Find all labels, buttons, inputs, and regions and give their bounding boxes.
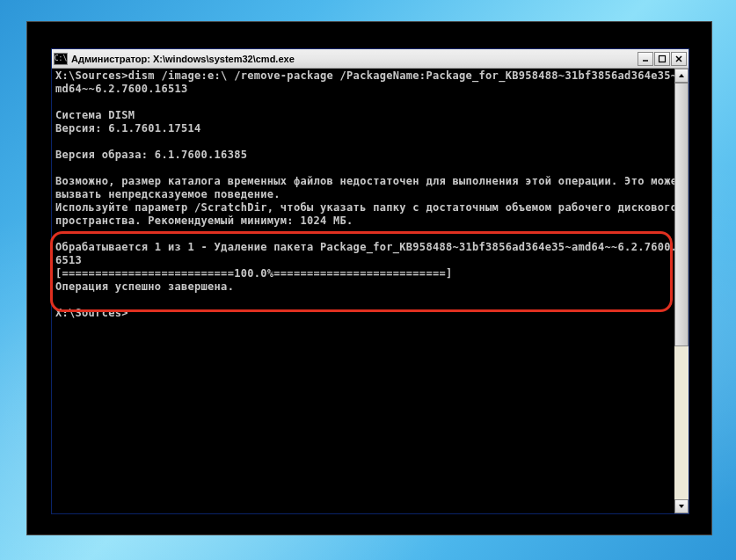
cmd-window: C:\ Администратор: X:\windows\system32\c… xyxy=(51,48,689,514)
scroll-down-button[interactable] xyxy=(674,499,689,513)
svg-marker-4 xyxy=(679,74,684,77)
prompt: X:\Sources> xyxy=(55,307,128,319)
window-title: Администратор: X:\windows\system32\cmd.e… xyxy=(71,54,637,64)
cmd-icon: C:\ xyxy=(54,53,68,65)
scroll-up-button[interactable] xyxy=(674,69,689,83)
window-controls xyxy=(637,52,687,66)
titlebar[interactable]: C:\ Администратор: X:\windows\system32\c… xyxy=(52,49,689,69)
svg-rect-1 xyxy=(659,55,666,62)
maximize-button[interactable] xyxy=(654,52,670,66)
minimize-button[interactable] xyxy=(638,52,653,66)
scroll-thumb[interactable] xyxy=(674,83,689,346)
vertical-scrollbar[interactable] xyxy=(674,69,689,513)
scroll-track[interactable] xyxy=(674,83,689,499)
close-button[interactable] xyxy=(671,52,687,66)
terminal-area[interactable]: X:\Sources>dism /image:e:\ /remove-packa… xyxy=(52,69,689,513)
svg-marker-5 xyxy=(679,505,684,508)
terminal-output: X:\Sources>dism /image:e:\ /remove-packa… xyxy=(52,69,689,321)
